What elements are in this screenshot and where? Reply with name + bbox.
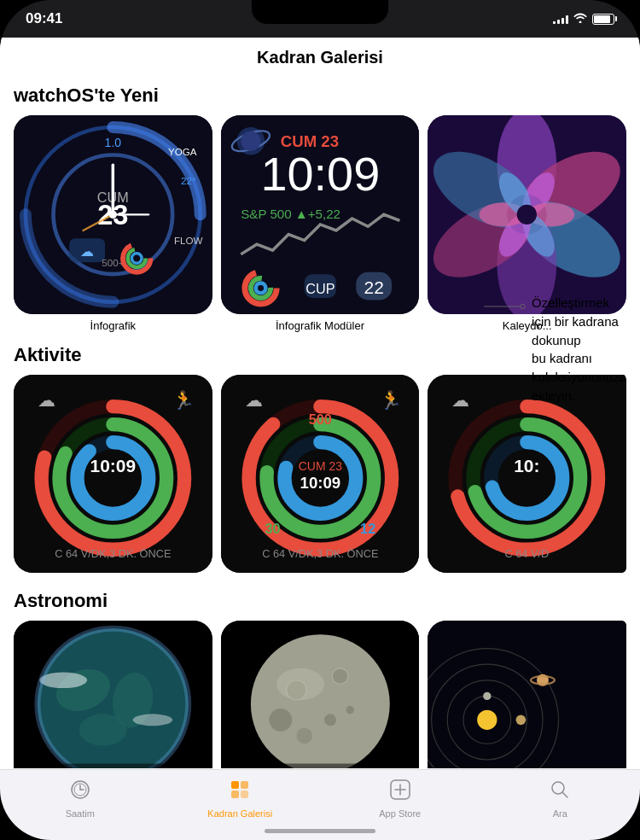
battery-icon [592,14,614,25]
watch-item-astro-moon[interactable]: 23 CUM 10:09 [221,621,420,768]
svg-point-102 [346,706,353,714]
svg-text:10:09: 10:09 [300,473,340,491]
svg-text:C 64 V/DK,3 DK. ÖNCE: C 64 V/DK,3 DK. ÖNCE [262,547,378,560]
tab-app-store-icon [389,779,411,806]
svg-text:22°: 22° [181,175,196,186]
svg-text:CUP: CUP [305,281,335,296]
svg-text:🏃: 🏃 [380,389,403,411]
svg-text:10:09: 10:09 [90,456,137,475]
svg-text:10:09: 10:09 [260,147,380,201]
phone-frame: 09:41 Kadran Galerisi [0,0,640,840]
svg-text:500: 500 [308,411,331,427]
svg-text:☁: ☁ [80,243,94,259]
svg-point-47 [517,205,537,225]
section-title-new: watchOS'te Yeni [14,85,626,107]
svg-text:10:: 10: [515,456,540,475]
svg-text:22: 22 [364,277,383,297]
svg-rect-128 [241,790,248,798]
tab-app-store-label: App Store [379,808,421,819]
watch-face-infografik-modul[interactable]: CUM 23 10:09 S&P 500 ▲+5,22 [221,115,420,314]
svg-point-114 [483,692,491,700]
svg-point-109 [478,710,497,730]
watch-face-astro-moon[interactable]: 23 CUM 10:09 [221,621,420,768]
svg-point-18 [109,211,117,219]
tab-app-store[interactable]: App Store [320,779,480,819]
svg-point-101 [269,709,293,732]
watch-item-activity2[interactable]: ☁ 🏃 500 30 12 [221,375,420,579]
svg-text:CUM 23: CUM 23 [298,458,341,472]
svg-point-91 [133,715,173,726]
svg-text:12: 12 [360,521,375,536]
svg-point-97 [251,635,390,768]
callout-text: Özelleştirmekiçin bir kadranadokunupbu k… [532,294,626,405]
svg-point-23 [241,131,260,151]
svg-text:S&P 500 ▲+5,22: S&P 500 ▲+5,22 [241,207,340,221]
svg-text:1.0: 1.0 [105,136,122,149]
svg-rect-127 [231,790,239,798]
watch-label-infografik: İnfografik [14,319,212,332]
watch-face-astro-earth[interactable]: 23 CUM 10:09 [14,621,212,768]
svg-rect-105 [251,764,390,768]
tab-kadran-galerisi-label: Kadran Galerisi [207,808,272,819]
wifi-icon [573,12,587,26]
svg-text:☁: ☁ [38,390,55,410]
tab-ara-label: Ara [553,808,567,819]
svg-rect-126 [241,781,248,789]
svg-rect-93 [44,764,183,768]
watch-item-astro-earth[interactable]: 23 CUM 10:09 [14,621,212,768]
svg-text:YOGA: YOGA [168,146,197,157]
watch-item-activity1[interactable]: ☁ 🏃 10:09 C 64 V/DK,3 [14,375,212,579]
svg-point-100 [324,715,336,726]
svg-text:C 64 V/DK,3 DK. ÖNCE: C 64 V/DK,3 DK. ÖNCE [55,547,171,560]
svg-rect-125 [231,781,239,789]
watch-item-astro-solar[interactable] [428,621,626,768]
watch-face-kaley[interactable] [428,115,626,314]
svg-text:🏃: 🏃 [172,389,195,411]
svg-line-133 [562,792,567,797]
signal-icon [553,14,568,24]
watch-face-activity2[interactable]: ☁ 🏃 500 30 12 [221,375,420,574]
svg-point-115 [516,715,527,726]
callout-arrow-icon [484,300,527,316]
status-time: 09:41 [26,10,62,27]
tab-saatim-icon [69,779,91,806]
section-title-astronomi: Astronomi [14,590,626,612]
watch-label-infografik-modul: İnfografik Modüler [221,319,420,332]
svg-point-103 [296,728,312,744]
watch-face-activity1[interactable]: ☁ 🏃 10:09 C 64 V/DK,3 [14,375,212,574]
tab-kadran-galerisi-icon [229,779,251,806]
callout-wrapper: Özelleştirmekiçin bir kadranadokunupbu k… [484,294,626,405]
notch [252,0,388,24]
watches-row-astronomi: 23 CUM 10:09 [14,621,626,768]
home-indicator [265,829,375,833]
tab-saatim[interactable]: Saatim [0,779,160,819]
watch-item-infografik-modul[interactable]: CUM 23 10:09 S&P 500 ▲+5,22 [221,115,420,332]
svg-point-104 [276,668,324,700]
svg-text:30: 30 [265,521,280,536]
svg-text:☁: ☁ [451,390,469,410]
tab-ara-icon [549,779,571,806]
svg-text:☁: ☁ [245,390,263,410]
watch-face-infografik[interactable]: 1.0 YOGA 22° FLOW ☁ CUM 23 500+ [14,115,212,314]
watch-face-astro-solar[interactable] [428,621,626,768]
tab-kadran-galerisi[interactable]: Kadran Galerisi [160,779,321,819]
tab-saatim-label: Saatim [66,808,95,819]
watch-item-infografik[interactable]: 1.0 YOGA 22° FLOW ☁ CUM 23 500+ [14,115,212,332]
status-icons [553,12,614,26]
svg-text:C 64 V/D: C 64 V/D [505,547,550,560]
page-title: Kadran Galerisi [0,38,640,76]
svg-point-99 [332,668,348,685]
svg-text:FLOW: FLOW [174,235,203,246]
scroll-area[interactable]: watchOS'te Yeni [0,76,640,768]
tab-ara[interactable]: Ara [480,779,641,819]
main-content: Kadran Galerisi watchOS'te Yeni [0,38,640,769]
